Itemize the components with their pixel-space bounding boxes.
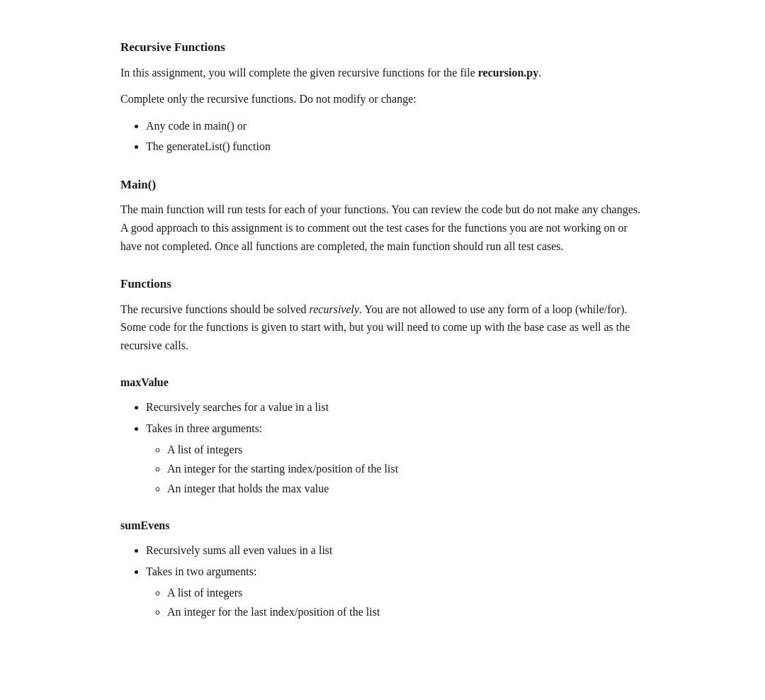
sumevens-title: sumEvens: [120, 517, 645, 534]
list-item: Recursively sums all even values in a li…: [146, 541, 645, 560]
intro-text-1: In this assignment, you will complete th…: [120, 67, 478, 79]
functions-text-italic: recursively: [310, 303, 359, 315]
functions-text-start: The recursive functions should be solved: [120, 303, 310, 315]
maxvalue-bullet-list: Recursively searches for a value in a li…: [146, 398, 645, 497]
functions-section-title: Functions: [120, 275, 645, 293]
sumevens-section: sumEvens Recursively sums all even value…: [120, 517, 645, 621]
main-section-paragraph: The main function will run tests for eac…: [120, 201, 645, 255]
list-item: An integer for the starting index/positi…: [167, 460, 645, 478]
maxvalue-section: maxValue Recursively searches for a valu…: [120, 374, 645, 497]
functions-section: Functions The recursive functions should…: [120, 275, 645, 354]
list-item: An integer that holds the max value: [167, 480, 645, 498]
sumevens-bullet-list: Recursively sums all even values in a li…: [146, 541, 645, 621]
intro-text-1-end: .: [538, 67, 541, 79]
list-item: Any code in main() or: [146, 117, 645, 135]
page-container: Recursive Functions In this assignment, …: [64, 0, 701, 658]
list-item: A list of integers: [167, 441, 645, 459]
maxvalue-sub-list: A list of integers An integer for the st…: [167, 441, 645, 498]
list-item: An integer for the last index/position o…: [167, 603, 645, 621]
list-item: Takes in three arguments: A list of inte…: [146, 419, 645, 497]
page-title: Recursive Functions: [120, 38, 645, 57]
intro-paragraph-2: Complete only the recursive functions. D…: [120, 90, 645, 108]
filename-bold: recursion.py: [478, 67, 538, 79]
main-section-title: Main(): [120, 176, 645, 194]
intro-bullet-list: Any code in main() or The generateList()…: [146, 117, 645, 156]
main-section: Main() The main function will run tests …: [120, 176, 645, 255]
list-item: Recursively searches for a value in a li…: [146, 398, 645, 417]
maxvalue-title: maxValue: [120, 374, 645, 391]
list-item: Takes in two arguments: A list of intege…: [146, 563, 645, 621]
list-item: The generateList() function: [146, 137, 645, 156]
functions-section-paragraph: The recursive functions should be solved…: [120, 300, 645, 355]
list-item: A list of integers: [167, 584, 645, 602]
intro-paragraph-1: In this assignment, you will complete th…: [120, 64, 645, 82]
sumevens-sub-list: A list of integers An integer for the la…: [167, 584, 645, 621]
